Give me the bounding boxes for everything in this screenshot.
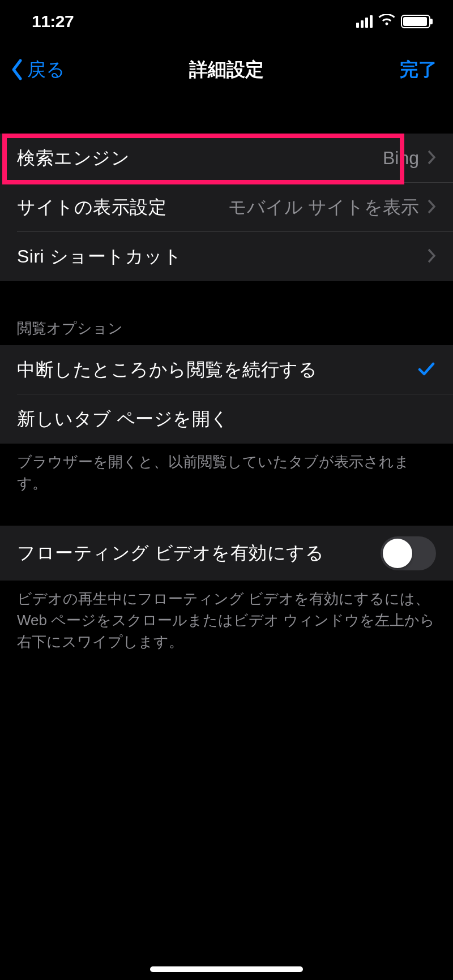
chevron-right-icon — [427, 199, 436, 217]
content: 検索エンジン Bing サイトの表示設定 モバイル サイトを表示 Siri ショ… — [0, 96, 453, 652]
row-label: 中断したところから閲覧を続行する — [17, 358, 317, 382]
back-label: 戻る — [27, 57, 65, 83]
row-value: モバイル サイトを表示 — [228, 195, 419, 220]
site-view-row[interactable]: サイトの表示設定 モバイル サイトを表示 — [0, 183, 453, 232]
settings-group-1: 検索エンジン Bing サイトの表示設定 モバイル サイトを表示 Siri ショ… — [0, 134, 453, 281]
row-label: 新しいタブ ページを開く — [17, 407, 229, 432]
status-icons — [356, 14, 430, 29]
page-title: 詳細設定 — [189, 57, 264, 83]
cellular-signal-icon — [356, 15, 373, 28]
settings-group-3: フローティング ビデオを有効にする — [0, 526, 453, 581]
row-label: 検索エンジン — [17, 146, 130, 171]
browsing-options-header: 閲覧オプション — [0, 319, 453, 345]
floating-video-toggle[interactable] — [381, 536, 436, 570]
status-time: 11:27 — [32, 12, 74, 31]
chevron-right-icon — [427, 248, 436, 266]
status-bar: 11:27 — [0, 0, 453, 43]
done-button[interactable]: 完了 — [400, 57, 443, 83]
search-engine-row[interactable]: 検索エンジン Bing — [0, 134, 453, 183]
row-label: Siri ショートカット — [17, 244, 182, 269]
floating-video-footer: ビデオの再生中にフローティング ビデオを有効にするには、Web ページをスクロー… — [0, 581, 453, 652]
floating-video-row: フローティング ビデオを有効にする — [0, 526, 453, 581]
chevron-left-icon — [10, 58, 24, 81]
continue-browsing-row[interactable]: 中断したところから閲覧を続行する — [0, 345, 453, 394]
wifi-icon — [378, 14, 395, 29]
battery-icon — [401, 15, 430, 28]
back-button[interactable]: 戻る — [10, 57, 65, 83]
settings-group-2: 中断したところから閲覧を続行する 新しいタブ ページを開く — [0, 345, 453, 444]
siri-shortcut-row[interactable]: Siri ショートカット — [0, 232, 453, 281]
row-label: サイトの表示設定 — [17, 195, 166, 220]
home-indicator[interactable] — [150, 966, 303, 972]
row-value: Bing — [383, 148, 419, 169]
navigation-bar: 戻る 詳細設定 完了 — [0, 43, 453, 96]
browsing-options-footer: ブラウザーを開くと、以前閲覧していたタブが表示されます。 — [0, 444, 453, 494]
checkmark-icon — [417, 359, 436, 381]
row-label: フローティング ビデオを有効にする — [17, 541, 324, 566]
chevron-right-icon — [427, 149, 436, 167]
new-tab-page-row[interactable]: 新しいタブ ページを開く — [0, 394, 453, 444]
